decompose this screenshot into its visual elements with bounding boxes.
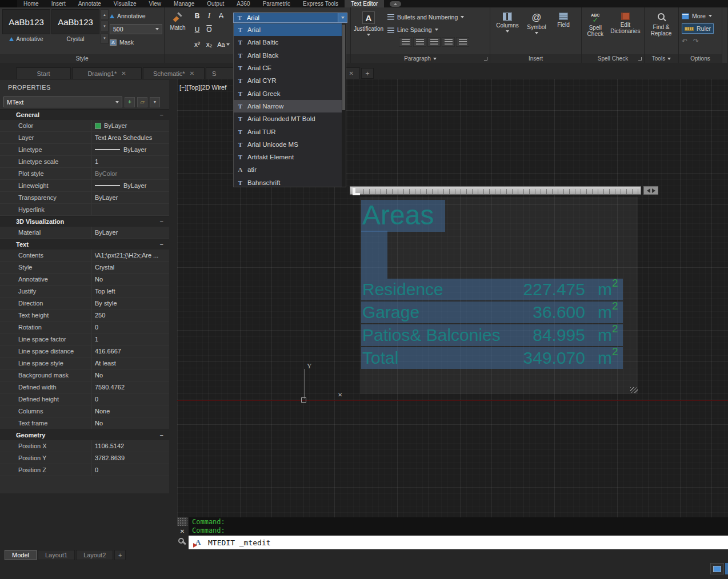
property-row[interactable]: Defined height 0 xyxy=(0,393,169,405)
property-row[interactable]: Plot style ByColor xyxy=(0,168,169,180)
ribbon-tab[interactable]: View xyxy=(143,0,168,7)
ruler-width-arrows-icon[interactable] xyxy=(643,186,658,195)
align-button[interactable] xyxy=(413,37,426,47)
font-list-item[interactable]: Arial Rounded MT Bold xyxy=(234,112,346,125)
property-row[interactable]: Position Z 0 xyxy=(0,464,169,476)
overline-button[interactable]: O xyxy=(204,25,214,34)
property-row[interactable]: Line space distance 416.6667 xyxy=(0,345,169,357)
redo-icon[interactable] xyxy=(693,37,699,45)
style-panel-label[interactable]: Style xyxy=(0,54,164,63)
property-row[interactable]: Hyperlink xyxy=(0,204,169,216)
spell-check-panel-label[interactable]: Spell Check xyxy=(582,54,644,63)
property-row[interactable]: Linetype ByLayer xyxy=(0,144,169,156)
mask-toggle[interactable]: Mask xyxy=(110,37,162,48)
line-spacing-button[interactable]: Line Spacing xyxy=(387,25,438,35)
superscript-button[interactable]: x² xyxy=(192,39,202,49)
font-list-item[interactable]: Arial Greek xyxy=(234,87,346,99)
viewport-controls[interactable]: [−][Top][2D Wiref xyxy=(179,84,226,91)
tab-close-icon[interactable] xyxy=(349,70,354,77)
section-header[interactable]: Geometry xyxy=(0,429,169,440)
ribbon-tab[interactable]: Manage xyxy=(167,0,201,7)
command-input[interactable]: MTEDIT _mtedit xyxy=(189,536,728,549)
subscript-button[interactable]: x₂ xyxy=(204,39,214,49)
italic-button[interactable]: I xyxy=(204,11,214,21)
bold-button[interactable]: B xyxy=(192,11,202,21)
font-list-item[interactable]: atir xyxy=(234,163,346,176)
annotative-toggle[interactable]: Annotative xyxy=(110,10,162,22)
dialog-launcher-icon[interactable] xyxy=(482,55,488,61)
align-button[interactable] xyxy=(399,37,412,47)
font-list-item[interactable]: Artifakt Element xyxy=(234,151,346,163)
tab-close-icon[interactable] xyxy=(190,70,194,77)
options-panel-label[interactable]: Options xyxy=(679,54,722,63)
font-list-item[interactable]: Arial Black xyxy=(234,49,346,62)
property-row[interactable]: Line space style At least xyxy=(0,357,169,369)
mtext-text-line[interactable]: Residence 227.475 m2 xyxy=(361,279,623,300)
find-replace-button[interactable]: Find & Replace xyxy=(646,10,677,52)
collapse-icon[interactable] xyxy=(160,432,163,439)
customize-wrench-icon[interactable] xyxy=(178,537,187,546)
section-header[interactable]: 3D Visualization xyxy=(0,216,169,227)
app-menu-button[interactable] xyxy=(0,0,17,7)
font-list-item[interactable]: Arial CE xyxy=(234,62,346,74)
property-row[interactable]: Text height 250 xyxy=(0,309,169,321)
property-row[interactable]: Contents \A1;\pxt21;{\H2x;Are ... xyxy=(0,250,169,262)
ribbon-tab[interactable]: Home xyxy=(17,0,45,7)
section-header[interactable]: General xyxy=(0,109,169,120)
align-button[interactable] xyxy=(456,37,469,47)
columns-button[interactable]: Columns xyxy=(494,10,521,52)
new-layout-button[interactable]: + xyxy=(114,550,126,560)
mtext-text-line[interactable]: Patios& Balconies 84.995 m2 xyxy=(361,324,623,346)
paragraph-panel-label[interactable]: Paragraph xyxy=(351,54,490,63)
ribbon-tab[interactable]: Output xyxy=(201,0,230,7)
mtext-title-line[interactable]: Areas xyxy=(361,200,445,232)
property-row[interactable]: Layer Text Area Schedules xyxy=(0,132,169,144)
mtext-ruler[interactable] xyxy=(350,186,641,195)
tools-panel-label[interactable]: Tools xyxy=(645,54,678,63)
file-tab[interactable]: Schematic* xyxy=(143,67,205,79)
ribbon-tab[interactable]: Insert xyxy=(45,0,72,7)
justification-button[interactable]: Justification xyxy=(352,9,385,53)
mtext-text-line[interactable]: Garage 36.600 m2 xyxy=(361,301,623,323)
symbol-button[interactable]: Symbol xyxy=(523,10,550,52)
font-list-item[interactable]: Arial xyxy=(234,23,346,36)
property-row[interactable]: Linetype scale 1 xyxy=(0,156,169,168)
underline-button[interactable]: U xyxy=(192,25,202,34)
font-list-item[interactable]: Arial Unicode MS xyxy=(234,138,346,151)
match-properties-button[interactable]: Match xyxy=(166,10,190,53)
ribbon-tab[interactable]: Annotate xyxy=(72,0,107,7)
property-row[interactable]: Lineweight ByLayer xyxy=(0,180,169,192)
property-row[interactable]: Line space factor 1 xyxy=(0,333,169,345)
font-list-item[interactable]: Arial Narrow xyxy=(234,100,346,112)
file-tab[interactable]: Start xyxy=(16,67,71,79)
ribbon-tab[interactable]: Text Editor xyxy=(345,0,384,7)
ribbon-minimize-icon[interactable] xyxy=(390,1,401,7)
strikethrough-button[interactable]: A xyxy=(216,11,226,21)
property-row[interactable]: Justify Top left xyxy=(0,286,169,297)
text-height-combo[interactable]: 500 xyxy=(110,24,162,34)
collapse-icon[interactable] xyxy=(160,241,163,248)
layout-tab[interactable]: Layout2 xyxy=(76,550,113,560)
layout-tab[interactable]: Layout1 xyxy=(38,550,75,560)
font-list-item[interactable]: Arial TUR xyxy=(234,125,346,138)
mtext-text-line[interactable]: Total 349.070 m2 xyxy=(361,347,623,369)
file-tab[interactable]: Drawing1* xyxy=(72,67,142,79)
align-button[interactable] xyxy=(427,37,441,47)
font-list-item[interactable]: Bahnschrift xyxy=(234,176,346,187)
insert-panel-label[interactable]: Insert xyxy=(490,54,581,63)
editor-resize-handle[interactable] xyxy=(630,387,638,393)
scrollbar-thumb[interactable] xyxy=(342,25,345,110)
dialog-launcher-icon[interactable] xyxy=(637,55,642,61)
property-row[interactable]: Annotative No xyxy=(0,274,169,286)
spell-check-button[interactable]: Spell Check xyxy=(584,10,607,52)
property-row[interactable]: Text frame No xyxy=(0,417,169,429)
property-row[interactable]: Direction By style xyxy=(0,297,169,309)
property-row[interactable]: Rotation 0 xyxy=(0,321,169,333)
property-row[interactable]: Position Y 3782.8639 xyxy=(0,452,169,464)
object-type-select[interactable]: MText xyxy=(3,96,122,107)
bullets-numbering-button[interactable]: Bullets and Numbering xyxy=(387,12,464,22)
status-tray-icon[interactable] xyxy=(710,563,724,574)
property-row[interactable]: Columns None xyxy=(0,405,169,417)
toggle-pickadd-icon[interactable] xyxy=(125,97,135,107)
change-case-button[interactable]: Aa xyxy=(216,39,231,49)
